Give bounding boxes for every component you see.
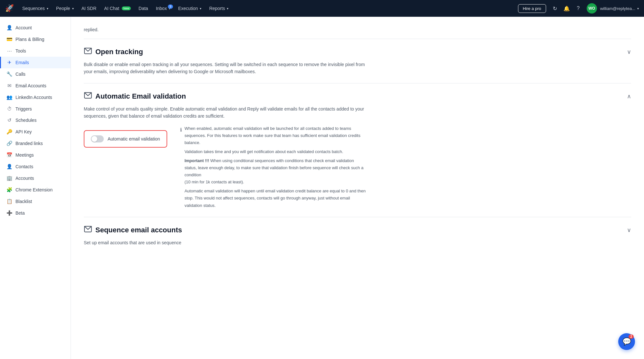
open-tracking-collapse-button[interactable]: ∨ (627, 48, 631, 55)
sidebar-item-accounts[interactable]: 🏢 Accounts (0, 172, 71, 184)
sidebar-item-emails-label: Emails (15, 60, 29, 65)
nav-sequences-arrow: ▾ (47, 7, 48, 10)
chat-button[interactable]: 💬 2 (618, 333, 635, 350)
sidebar-item-api-key[interactable]: 🔑 API Key (0, 126, 71, 138)
toggle-track[interactable] (91, 135, 104, 142)
nav-reports[interactable]: Reports ▾ (206, 4, 232, 13)
nav-ai-sdr[interactable]: AI SDR (78, 4, 100, 13)
nav-ai-chat[interactable]: AI Chat New (101, 4, 134, 13)
open-tracking-section: Open tracking ∨ Bulk disable or enable e… (84, 39, 631, 83)
sidebar-item-beta-label: Beta (15, 210, 25, 216)
info-text: When enabled, automatic email validation… (185, 125, 367, 209)
sequence-email-accounts-header: Sequence email accounts ∨ (84, 225, 631, 235)
open-tracking-description: Bulk disable or enable email open tracki… (84, 61, 374, 75)
chat-icon: 💬 (622, 337, 631, 346)
blacklist-icon: 📋 (6, 199, 12, 204)
sequence-email-accounts-title-row: Sequence email accounts (84, 225, 182, 235)
sequence-email-accounts-icon (84, 225, 92, 235)
hire-pro-button[interactable]: Hire a pro (518, 4, 546, 13)
automatic-email-validation-description: Make control of your emails quality simp… (84, 105, 374, 120)
sidebar-item-email-accounts[interactable]: ✉ Email Accounts (0, 80, 71, 92)
topnav: 🚀 Sequences ▾ People ▾ AI SDR AI Chat Ne… (0, 0, 644, 17)
sidebar-item-tools-label: Tools (15, 48, 26, 53)
automatic-email-validation-title: Automatic Email validation (95, 92, 186, 101)
sequence-email-accounts-description: Set up email accounts that are used in s… (84, 239, 374, 246)
sidebar-item-meetings[interactable]: 📅 Meetings (0, 149, 71, 161)
nav-sequences-label: Sequences (22, 6, 45, 11)
branded-links-icon: 🔗 (6, 141, 12, 146)
sequence-email-accounts-section: Sequence email accounts ∨ Set up email a… (84, 217, 631, 254)
contacts-icon: 👤 (6, 164, 12, 170)
nav-people[interactable]: People ▾ (53, 4, 77, 13)
nav-execution-arrow: ▾ (200, 7, 201, 10)
validation-content: Automatic email validation ℹ When enable… (84, 125, 631, 209)
sidebar-item-schedules[interactable]: ↺ Schedules (0, 114, 71, 126)
automatic-email-validation-collapse-button[interactable]: ∧ (627, 93, 631, 100)
info-important-label: Important !!! (185, 158, 209, 163)
info-para-3: Important !!! When using conditional seq… (185, 157, 367, 179)
toggle-thumb (91, 136, 97, 142)
nav-execution[interactable]: Execution ▾ (175, 4, 205, 13)
avatar[interactable]: WO (587, 3, 597, 14)
sidebar-item-plans-billing[interactable]: 💳 Plans & Billing (0, 34, 71, 45)
username-label[interactable]: william@replytea... (600, 6, 635, 11)
sidebar-item-blacklist[interactable]: 📋 Blacklist (0, 196, 71, 207)
nav-sequences[interactable]: Sequences ▾ (19, 4, 52, 13)
automatic-email-validation-toggle-area[interactable]: Automatic email validation (84, 130, 167, 148)
nav-reports-arrow: ▾ (227, 7, 228, 10)
nav-data[interactable]: Data (135, 4, 151, 13)
info-para-1: When enabled, automatic email validation… (185, 125, 367, 146)
info-para-4: (10 min for 1k contacts at least). (185, 179, 367, 186)
automatic-email-validation-icon (84, 91, 92, 102)
sidebar-item-email-accounts-label: Email Accounts (15, 83, 46, 88)
open-tracking-icon (84, 47, 92, 57)
sidebar-item-calls[interactable]: 🔧 Calls (0, 68, 71, 80)
sidebar-item-account-label: Account (15, 25, 32, 30)
sidebar-item-tools[interactable]: ⋯ Tools (0, 45, 71, 57)
automatic-email-validation-header: Automatic Email validation ∧ (84, 91, 631, 102)
nav-inbox[interactable]: Inbox ▾ 9 (153, 4, 174, 13)
automatic-email-validation-section: Automatic Email validation ∧ Make contro… (84, 83, 631, 217)
validation-toggle-column: Automatic email validation (84, 125, 167, 148)
sidebar-item-chrome-extension[interactable]: 🧩 Chrome Extension (0, 184, 71, 196)
refresh-icon[interactable]: ↻ (550, 3, 560, 14)
emails-icon: ✈ (6, 60, 12, 65)
sequence-email-accounts-collapse-button[interactable]: ∨ (627, 227, 631, 234)
sidebar-item-contacts[interactable]: 👤 Contacts (0, 161, 71, 172)
sidebar-item-emails[interactable]: ✈ Emails (0, 57, 71, 68)
sidebar-item-linkedin-accounts[interactable]: 👥 LinkedIn Accounts (0, 92, 71, 103)
meetings-icon: 📅 (6, 152, 12, 158)
nav-data-label: Data (139, 6, 148, 11)
sidebar-item-triggers[interactable]: ⏱ Triggers (0, 103, 71, 114)
sidebar-item-account[interactable]: 👤 Account (0, 22, 71, 34)
open-tracking-header: Open tracking ∨ (84, 47, 631, 57)
sidebar-item-linkedin-accounts-label: LinkedIn Accounts (15, 95, 52, 100)
api-key-icon: 🔑 (6, 129, 12, 135)
help-icon[interactable]: ? (573, 3, 583, 14)
nav-inbox-badge: 9 (168, 5, 173, 9)
beta-icon: ➕ (6, 210, 12, 216)
nav-ai-sdr-label: AI SDR (82, 6, 97, 11)
open-tracking-title: Open tracking (95, 48, 143, 56)
nav-inbox-label: Inbox (156, 6, 167, 11)
triggers-icon: ⏱ (6, 106, 12, 112)
sidebar-item-beta[interactable]: ➕ Beta (0, 207, 71, 219)
email-accounts-icon: ✉ (6, 83, 12, 89)
tools-icon: ⋯ (6, 48, 12, 54)
schedules-icon: ↺ (6, 117, 12, 123)
sidebar-item-meetings-label: Meetings (15, 152, 34, 158)
toggle-label: Automatic email validation (108, 136, 160, 141)
username-dropdown-arrow[interactable]: ▾ (637, 7, 639, 10)
accounts-icon: 🏢 (6, 175, 12, 181)
sidebar-item-branded-links[interactable]: 🔗 Branded links (0, 138, 71, 149)
info-para-5: Automatic email validation will happen u… (185, 188, 367, 209)
notifications-icon[interactable]: 🔔 (562, 3, 572, 14)
info-para-2: Validation takes time and you will get n… (185, 148, 367, 155)
sidebar-item-schedules-label: Schedules (15, 118, 36, 123)
sidebar-item-plans-billing-label: Plans & Billing (15, 37, 44, 42)
linkedin-accounts-icon: 👥 (6, 94, 12, 100)
intro-text: replied. (84, 27, 631, 39)
info-icon-row: ℹ When enabled, automatic email validati… (180, 125, 367, 209)
main-content: replied. Open tracking ∨ Bulk disable or… (71, 17, 644, 359)
nav-people-label: People (56, 6, 70, 11)
